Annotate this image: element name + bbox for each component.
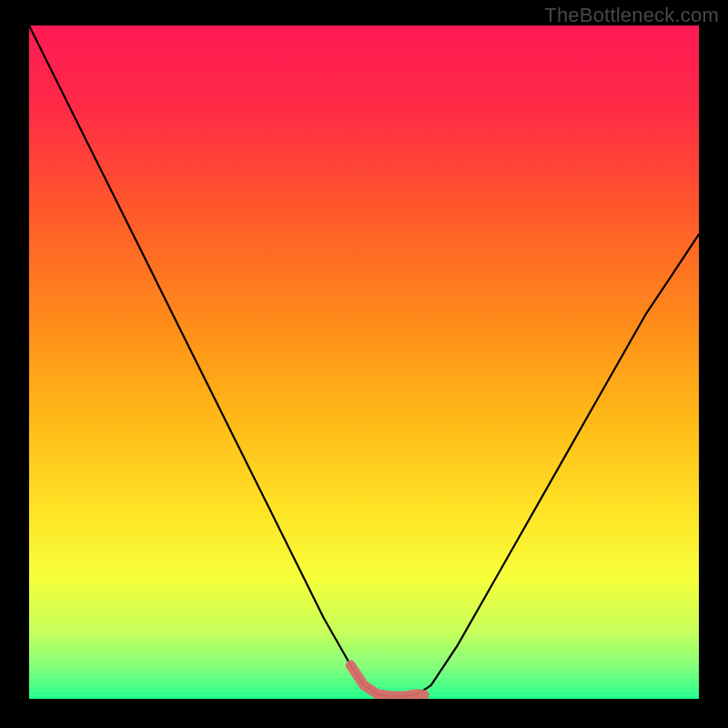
chart-stage: TheBottleneck.com <box>0 0 728 728</box>
svg-rect-5 <box>29 671 699 673</box>
svg-rect-10 <box>29 694 699 697</box>
svg-rect-2 <box>29 656 699 659</box>
svg-rect-11 <box>0 0 29 728</box>
svg-rect-1 <box>29 652 699 654</box>
watermark-text: TheBottleneck.com <box>544 4 719 27</box>
svg-rect-14 <box>0 699 728 728</box>
bottleneck-chart <box>0 0 728 728</box>
svg-rect-0 <box>29 25 699 699</box>
svg-rect-3 <box>29 662 699 664</box>
svg-rect-12 <box>699 0 728 728</box>
svg-rect-4 <box>29 666 699 669</box>
